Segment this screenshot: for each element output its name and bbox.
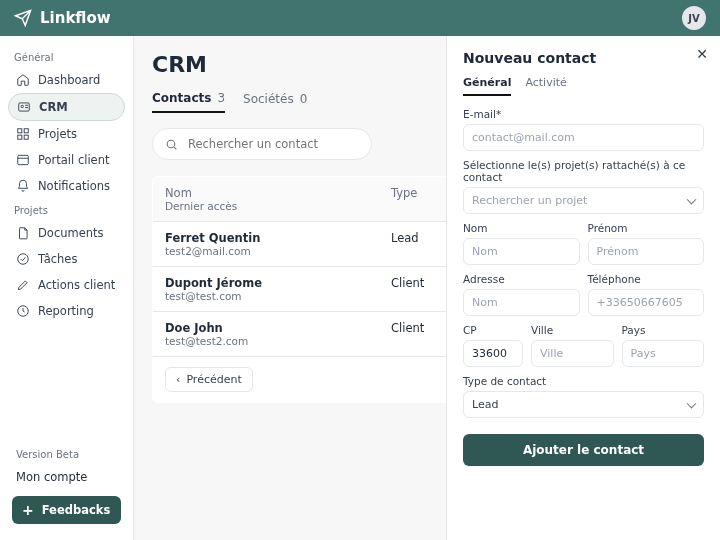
sidebar-item-label: Dashboard — [38, 73, 100, 87]
country-field[interactable] — [622, 340, 705, 367]
svg-rect-5 — [24, 135, 28, 139]
bell-icon — [16, 179, 30, 193]
browser-icon — [16, 153, 30, 167]
sidebar-item-taches[interactable]: Tâches — [8, 246, 125, 272]
chevron-left-icon: ‹ — [176, 373, 180, 386]
email-field[interactable] — [463, 124, 704, 151]
check-icon — [16, 252, 30, 266]
svg-rect-2 — [18, 129, 22, 133]
sidebar-group-title: Général — [8, 46, 125, 67]
svg-rect-4 — [18, 135, 22, 139]
version-label: Version Beta — [12, 445, 121, 464]
lastname-label: Nom — [463, 222, 580, 234]
drawer-tab-general[interactable]: Général — [463, 76, 511, 96]
sidebar-item-label: Tâches — [38, 252, 77, 266]
sidebar-item-label: Portail client — [38, 153, 109, 167]
sidebar-item-label: Actions client — [38, 278, 115, 292]
sidebar-group-title: Projets — [8, 199, 125, 220]
contact-type-select[interactable]: Lead — [463, 391, 704, 418]
file-icon — [16, 226, 30, 240]
sidebar-item-label: Reporting — [38, 304, 94, 318]
svg-rect-3 — [24, 129, 28, 133]
search-input-wrap[interactable] — [152, 128, 372, 160]
zip-field[interactable] — [463, 340, 523, 367]
contact-type-label: Type de contact — [463, 375, 704, 387]
topbar: Linkflow JV — [0, 0, 720, 36]
col-name: Nom Dernier accès — [153, 177, 380, 222]
submit-button[interactable]: Ajouter le contact — [463, 434, 704, 466]
pencil-icon — [16, 278, 30, 292]
sidebar-item-label: Notifications — [38, 179, 110, 193]
svg-rect-0 — [19, 103, 30, 111]
id-icon — [17, 100, 31, 114]
city-label: Ville — [531, 324, 614, 336]
tab-count: 3 — [217, 91, 225, 105]
sidebar-item-projets[interactable]: Projets — [8, 121, 125, 147]
sidebar: Général Dashboard CRM Projets Portail cl… — [0, 36, 134, 540]
sidebar-item-portail[interactable]: Portail client — [8, 147, 125, 173]
address-field[interactable] — [463, 289, 580, 316]
search-icon — [165, 138, 178, 151]
city-field[interactable] — [531, 340, 614, 367]
sidebar-item-crm[interactable]: CRM — [8, 93, 125, 121]
firstname-label: Prénom — [588, 222, 705, 234]
tab-label: Sociétés — [243, 92, 294, 106]
prev-button[interactable]: ‹ Précédent — [165, 367, 253, 392]
avatar[interactable]: JV — [682, 6, 706, 30]
sidebar-item-actions[interactable]: Actions client — [8, 272, 125, 298]
project-label: Sélectionne le(s) projet(s) rattaché(s) … — [463, 159, 704, 183]
brand-label: Linkflow — [40, 9, 111, 27]
sidebar-item-label: Documents — [38, 226, 104, 240]
grid-icon — [16, 127, 30, 141]
feedbacks-label: Feedbacks — [42, 503, 111, 517]
sidebar-item-label: CRM — [39, 100, 68, 114]
plus-icon: + — [22, 503, 34, 517]
firstname-field[interactable] — [588, 238, 705, 265]
svg-rect-6 — [18, 155, 29, 164]
phone-field[interactable] — [588, 289, 705, 316]
address-label: Adresse — [463, 273, 580, 285]
tab-contacts[interactable]: Contacts 3 — [152, 91, 225, 113]
email-label: E-mail* — [463, 108, 704, 120]
tab-count: 0 — [300, 92, 308, 106]
tab-societes[interactable]: Sociétés 0 — [243, 91, 307, 113]
sidebar-item-label: Projets — [38, 127, 77, 141]
feedbacks-button[interactable]: + Feedbacks — [12, 496, 121, 524]
drawer-title: Nouveau contact — [463, 50, 704, 66]
svg-point-9 — [167, 140, 175, 148]
phone-label: Téléphone — [588, 273, 705, 285]
new-contact-drawer: ✕ Nouveau contact Général Activité E-mai… — [446, 36, 720, 540]
svg-point-1 — [21, 105, 23, 107]
svg-point-7 — [18, 254, 29, 265]
drawer-tab-activite[interactable]: Activité — [525, 76, 566, 96]
clock-icon — [16, 304, 30, 318]
account-link[interactable]: Mon compte — [12, 464, 121, 490]
zip-label: CP — [463, 324, 523, 336]
sidebar-item-reporting[interactable]: Reporting — [8, 298, 125, 324]
brand: Linkflow — [14, 9, 111, 27]
sidebar-item-documents[interactable]: Documents — [8, 220, 125, 246]
tab-label: Contacts — [152, 91, 211, 105]
sidebar-item-notifications[interactable]: Notifications — [8, 173, 125, 199]
project-select[interactable] — [463, 187, 704, 214]
country-label: Pays — [622, 324, 705, 336]
search-input[interactable] — [186, 136, 359, 152]
close-icon[interactable]: ✕ — [696, 46, 708, 62]
home-icon — [16, 73, 30, 87]
sidebar-item-dashboard[interactable]: Dashboard — [8, 67, 125, 93]
lastname-field[interactable] — [463, 238, 580, 265]
paper-plane-icon — [14, 9, 32, 27]
